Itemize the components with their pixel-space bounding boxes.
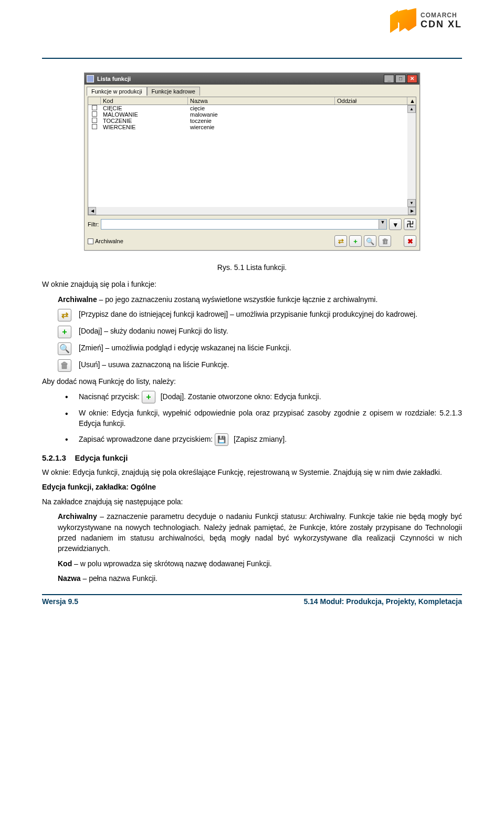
archive-label: Archiwalne	[95, 238, 123, 244]
archiwalne-desc: Archiwalne – po jego zaznaczeniu zostaną…	[58, 294, 462, 305]
section-intro: W oknie: Edycja funkcji, znajdują się po…	[42, 467, 462, 477]
tab-funkcje-produkcji[interactable]: Funkcje w produkcji	[87, 87, 147, 96]
edit-row: 🔍 [Zmień] – umożliwia podgląd i edycję w…	[58, 342, 462, 355]
trash-icon: 🗑	[58, 359, 71, 372]
minimize-button[interactable]: _	[384, 75, 394, 83]
col-nazwa[interactable]: Nazwa	[188, 97, 335, 105]
window-icon	[87, 75, 94, 82]
table-row[interactable]: MALOWANIE malowanie	[88, 111, 407, 118]
page: COMARCH CDN XL Lista funkcji _ □ ✕ Funkc…	[0, 0, 504, 625]
close-button[interactable]: ✕	[407, 75, 417, 83]
kod-field: Kod – w polu wprowadza się skrótową nazw…	[58, 558, 462, 569]
plus-icon: +	[353, 237, 358, 245]
delete-row: 🗑 [Usuń] – usuwa zaznaczoną na liście Fu…	[58, 359, 462, 372]
plus-icon: +	[58, 326, 71, 338]
row-checkbox[interactable]	[92, 118, 97, 123]
add-button[interactable]: +	[349, 235, 362, 247]
chevron-down-icon[interactable]: ▼	[379, 220, 386, 229]
data-grid: Kod Nazwa Oddział ▲ CIĘCIE cięcie MALOWA…	[88, 97, 416, 215]
funnel-icon: ▾	[394, 221, 397, 228]
app-window: Lista funkcji _ □ ✕ Funkcje w produkcji …	[84, 72, 420, 251]
section-heading: 5.2.1.3 Edycja funkcji	[42, 452, 462, 464]
assign-icon: ⇄	[58, 309, 71, 321]
wrench-icon: 卍	[407, 220, 414, 229]
brand-text: COMARCH CDN XL	[421, 12, 462, 30]
assign-button[interactable]: ⇄	[334, 235, 347, 247]
edit-desc: [Zmień] – umożliwia podgląd i edycję wsk…	[79, 342, 462, 353]
scroll-gutter: ▲	[407, 97, 416, 105]
window-buttons: _ □ ✕	[384, 75, 417, 83]
nazwa-field: Nazwa – pełna nazwa Funkcji.	[58, 573, 462, 584]
assign-row: ⇄ [Przypisz dane do istniejącej funkcji …	[58, 309, 462, 321]
window-title: Lista funkcji	[97, 76, 384, 82]
row-checkbox[interactable]	[92, 105, 97, 110]
figure-caption: Rys. 5.1 Lista funkcji.	[42, 262, 462, 273]
archive-checkbox[interactable]	[88, 238, 93, 244]
plus-icon: +	[142, 391, 155, 403]
steps-list: Nacisnąć przycisk: + [Dodaj]. Zostanie o…	[42, 391, 462, 446]
filter-bar: Filtr: ▼ ▾ 卍	[85, 215, 419, 233]
scroll-track[interactable]	[96, 207, 408, 215]
magnifier-icon: 🔍	[366, 237, 374, 245]
maximize-button[interactable]: □	[395, 75, 406, 83]
magnifier-icon: 🔍	[58, 342, 71, 355]
scroll-left-icon[interactable]: ◀	[88, 207, 96, 215]
archiwalny-field: Archiwalny – zaznaczenie parametru decyd…	[58, 511, 462, 554]
assign-desc: [Przypisz dane do istniejącej funkcji ka…	[79, 309, 462, 319]
table-row[interactable]: CIĘCIE cięcie	[88, 105, 407, 111]
list-item: W oknie: Edycja funkcji, wypełnić odpowi…	[58, 408, 462, 429]
row-checkbox[interactable]	[92, 111, 97, 117]
bottom-bar: Archiwalne ⇄ + 🔍 🗑 ✖	[85, 233, 419, 250]
list-item: Nacisnąć przycisk: + [Dodaj]. Zostanie o…	[58, 391, 462, 403]
add-desc: [Dodaj] – służy dodaniu nowej Funkcji do…	[79, 326, 462, 336]
grid-body: CIĘCIE cięcie MALOWANIE malowanie TOCZEN…	[88, 105, 416, 207]
assign-icon: ⇄	[338, 237, 344, 245]
save-icon: 💾	[215, 433, 228, 446]
sub-heading: Edycja funkcji, zakładka: Ogólne	[42, 482, 462, 492]
col-kod[interactable]: Kod	[101, 97, 188, 105]
scroll-right-icon[interactable]: ▶	[408, 207, 416, 215]
brand-product: CDN XL	[421, 19, 462, 30]
document-body: Rys. 5.1 Lista funkcji. W oknie znajdują…	[42, 262, 462, 584]
col-oddzial[interactable]: Oddział	[335, 97, 407, 105]
tab-funkcje-kadrowe[interactable]: Funkcje kadrowe	[147, 87, 200, 96]
footer-module: 5.14 Moduł: Produkcja, Projekty, Komplet…	[303, 597, 462, 606]
horizontal-scrollbar[interactable]: ◀ ▶	[88, 207, 416, 215]
archive-checkbox-wrap[interactable]: Archiwalne	[88, 238, 123, 244]
close-icon: ✖	[407, 237, 413, 245]
intro-text: W oknie znajdują się pola i funkcje:	[42, 279, 462, 289]
scroll-track[interactable]	[407, 113, 416, 199]
grid-rows[interactable]: CIĘCIE cięcie MALOWANIE malowanie TOCZEN…	[88, 105, 407, 207]
close-panel-button[interactable]: ✖	[404, 235, 416, 247]
grid-header: Kod Nazwa Oddział ▲	[88, 97, 416, 105]
filter-construct-button[interactable]: 卍	[404, 219, 416, 230]
scroll-up-icon[interactable]: ▲	[407, 105, 416, 113]
delete-button[interactable]: 🗑	[379, 235, 391, 247]
brand-name: COMARCH	[421, 12, 462, 19]
add-row: + [Dodaj] – służy dodaniu nowej Funkcji …	[58, 326, 462, 338]
titlebar: Lista funkcji _ □ ✕	[85, 73, 419, 85]
col-check	[88, 97, 101, 105]
vertical-scrollbar[interactable]: ▲ ▼	[407, 105, 416, 207]
delete-desc: [Usuń] – usuwa zaznaczoną na liście Funk…	[79, 359, 462, 370]
header-divider	[42, 58, 462, 59]
row-checkbox[interactable]	[92, 124, 97, 129]
trash-icon: 🗑	[382, 237, 388, 245]
comarch-logo-icon	[390, 8, 416, 33]
table-row[interactable]: TOCZENIE toczenie	[88, 118, 407, 124]
brand-logo-block: COMARCH CDN XL	[390, 9, 462, 32]
tab-strip: Funkcje w produkcji Funkcje kadrowe	[85, 85, 419, 96]
table-row[interactable]: WIERCENIE wiercenie	[88, 124, 407, 130]
page-footer: Wersja 9.5 5.14 Moduł: Produkcja, Projek…	[42, 595, 462, 606]
sub-intro: Na zakładce znajdują się następujące pol…	[42, 496, 462, 507]
filter-funnel-button[interactable]: ▾	[389, 219, 402, 230]
footer-version: Wersja 9.5	[42, 597, 78, 606]
filter-combo[interactable]: ▼	[101, 219, 387, 230]
list-item: Zapisać wprowadzone dane przyciskiem: 💾 …	[58, 433, 462, 446]
add-intro: Aby dodać nową Funkcję do listy, należy:	[42, 376, 462, 387]
filter-label: Filtr:	[88, 221, 99, 227]
edit-button[interactable]: 🔍	[364, 235, 376, 247]
scroll-down-icon[interactable]: ▼	[407, 199, 416, 207]
